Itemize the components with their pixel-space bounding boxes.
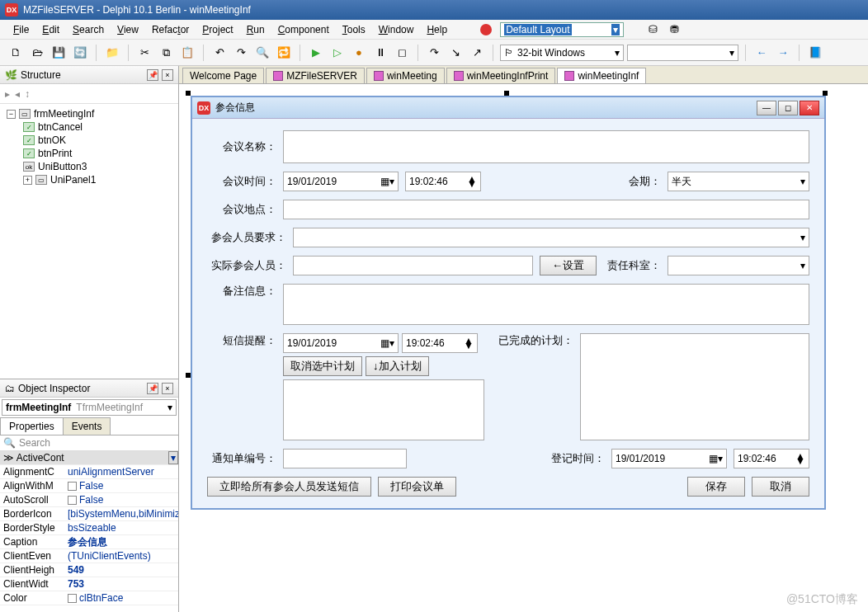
property-row[interactable]: AutoScrollFalse bbox=[0, 493, 178, 507]
add-plan-button[interactable]: ↓加入计划 bbox=[366, 356, 429, 376]
run-no-debug-icon[interactable]: ▷ bbox=[328, 44, 347, 62]
property-row[interactable]: ColorclBtnFace bbox=[0, 591, 178, 605]
close-icon[interactable]: ✕ bbox=[800, 101, 819, 115]
textarea-remark[interactable] bbox=[283, 284, 809, 325]
close-icon[interactable]: × bbox=[162, 383, 173, 394]
menu-refactor[interactable]: Refactor bbox=[147, 22, 194, 37]
config-combo[interactable]: ▾ bbox=[627, 45, 738, 61]
tree-root[interactable]: −▭frmMeetingInf bbox=[0, 107, 178, 120]
folder-icon[interactable]: 📁 bbox=[103, 44, 121, 62]
textarea-done[interactable] bbox=[580, 333, 809, 440]
tree-item[interactable]: ✓btnPrint bbox=[0, 147, 178, 160]
tab-project[interactable]: MZFileSERVER bbox=[266, 68, 365, 83]
tree-collapse-icon[interactable]: ◂ bbox=[15, 88, 20, 100]
structure-tree[interactable]: −▭frmMeetingInf ✓btnCancel ✓btnOK ✓btnPr… bbox=[0, 104, 178, 379]
menu-run[interactable]: Run bbox=[242, 22, 270, 37]
cancel-plan-button[interactable]: 取消选中计划 bbox=[283, 356, 362, 376]
copy-icon[interactable]: ⧉ bbox=[157, 44, 175, 62]
pin-icon[interactable]: 📌 bbox=[147, 69, 158, 81]
form-designer[interactable]: DX 参会信息 ― ◻ ✕ 会议名称： 会议时间： 19/01/ bbox=[179, 84, 868, 612]
textarea-plan[interactable] bbox=[283, 379, 484, 440]
property-row[interactable]: AlignWithMFalse bbox=[0, 479, 178, 493]
close-icon[interactable]: × bbox=[162, 69, 173, 81]
menu-project[interactable]: Project bbox=[197, 22, 238, 37]
select-dept[interactable]: ▾ bbox=[668, 256, 809, 275]
select-period[interactable]: 半天▾ bbox=[668, 172, 809, 191]
print-button[interactable]: 打印会议单 bbox=[378, 477, 456, 497]
object-selector[interactable]: frmMeetingInfTfrmMeetingInf▾ bbox=[2, 399, 177, 416]
nav-fwd-icon[interactable]: → bbox=[774, 44, 792, 62]
menu-view[interactable]: View bbox=[112, 22, 144, 37]
tab-properties[interactable]: Properties bbox=[0, 417, 64, 435]
menu-edit[interactable]: Edit bbox=[37, 22, 64, 37]
tab-events[interactable]: Events bbox=[63, 417, 111, 435]
property-search[interactable]: 🔍 Search bbox=[0, 435, 178, 451]
property-row[interactable]: Caption参会信息 bbox=[0, 535, 178, 549]
tab-winmeetinginf[interactable]: winMeetingInf bbox=[557, 68, 646, 83]
redo-icon[interactable]: ↷ bbox=[232, 44, 250, 62]
help-icon[interactable]: 📘 bbox=[806, 44, 824, 62]
step-out-icon[interactable]: ↗ bbox=[468, 44, 486, 62]
menu-help[interactable]: Help bbox=[422, 22, 452, 37]
property-row[interactable]: BorderStylebsSizeable bbox=[0, 521, 178, 535]
input-time[interactable]: 19:02:46▲▼ bbox=[405, 172, 481, 191]
property-row[interactable]: ClientHeigh549 bbox=[0, 563, 178, 577]
property-row[interactable]: BorderIcon[biSystemMenu,biMinimize,b bbox=[0, 507, 178, 521]
select-requirement[interactable]: ▾ bbox=[293, 228, 809, 247]
input-actual[interactable] bbox=[293, 256, 533, 275]
menu-file[interactable]: File bbox=[8, 22, 34, 37]
stop-icon[interactable]: ◻ bbox=[393, 44, 411, 62]
pause-icon[interactable]: ● bbox=[350, 44, 368, 62]
property-row[interactable]: ClientWidt753 bbox=[0, 577, 178, 591]
layout-load-icon[interactable]: ⛃ bbox=[665, 21, 683, 39]
tree-item[interactable]: ✓btnCancel bbox=[0, 120, 178, 134]
cut-icon[interactable]: ✂ bbox=[135, 44, 153, 62]
tree-expand-icon[interactable]: ▸ bbox=[5, 88, 10, 100]
tab-welcome[interactable]: Welcome Page bbox=[182, 68, 264, 83]
input-date[interactable]: 19/01/2019▦▾ bbox=[283, 172, 399, 191]
nav-back-icon[interactable]: ← bbox=[752, 44, 771, 62]
tree-move-icon[interactable]: ↕ bbox=[25, 88, 30, 100]
input-meeting-name[interactable] bbox=[283, 130, 809, 163]
layout-combo[interactable]: Default Layout▾ bbox=[500, 22, 624, 37]
replace-icon[interactable]: 🔁 bbox=[275, 44, 293, 62]
input-reg-time[interactable]: 19:02:46▲▼ bbox=[734, 449, 809, 468]
menu-search[interactable]: Search bbox=[68, 22, 109, 37]
pin-icon[interactable]: 📌 bbox=[147, 383, 158, 394]
property-row[interactable]: ClientEven(TUniClientEvents) bbox=[0, 549, 178, 563]
menu-window[interactable]: Window bbox=[374, 22, 419, 37]
tab-winmeeting[interactable]: winMeeting bbox=[366, 68, 445, 83]
input-sms-date[interactable]: 19/01/2019▦▾ bbox=[283, 333, 399, 353]
send-sms-button[interactable]: 立即给所有参会人员发送短信 bbox=[207, 477, 371, 497]
maximize-icon[interactable]: ◻ bbox=[778, 101, 798, 115]
menu-component[interactable]: Component bbox=[273, 22, 334, 37]
pause2-icon[interactable]: ⏸ bbox=[371, 44, 389, 62]
input-sms-time[interactable]: 19:02:46▲▼ bbox=[402, 333, 478, 353]
property-grid[interactable]: ≫ ActiveCont▾ AlignmentCuniAlignmentServ… bbox=[0, 451, 178, 612]
input-place[interactable] bbox=[283, 200, 809, 219]
tree-item[interactable]: +▭UniPanel1 bbox=[0, 173, 178, 186]
property-row[interactable]: AlignmentCuniAlignmentServer bbox=[0, 465, 178, 479]
find-icon[interactable]: 🔍 bbox=[253, 44, 271, 62]
step-into-icon[interactable]: ↘ bbox=[446, 44, 465, 62]
save-button[interactable]: 保存 bbox=[687, 477, 745, 497]
save-icon[interactable]: 💾 bbox=[50, 44, 68, 62]
new-icon[interactable]: 🗋 bbox=[7, 44, 25, 62]
open-icon[interactable]: 🗁 bbox=[28, 44, 46, 62]
menu-tools[interactable]: Tools bbox=[337, 22, 370, 37]
layout-save-icon[interactable]: ⛁ bbox=[644, 21, 662, 39]
tree-item[interactable]: okUniButton3 bbox=[0, 160, 178, 173]
refresh-icon[interactable]: 🔄 bbox=[71, 44, 89, 62]
set-button[interactable]: ←设置 bbox=[540, 256, 597, 275]
input-reg-date[interactable]: 19/01/2019▦▾ bbox=[611, 449, 727, 468]
run-icon[interactable]: ▶ bbox=[307, 44, 325, 62]
input-notice[interactable] bbox=[283, 449, 407, 468]
platform-combo[interactable]: 🏳 32-bit Windows▾ bbox=[500, 45, 624, 61]
minimize-icon[interactable]: ― bbox=[757, 101, 776, 115]
tree-item[interactable]: ✓btnOK bbox=[0, 134, 178, 147]
undo-icon[interactable]: ↶ bbox=[210, 44, 229, 62]
cancel-button[interactable]: 取消 bbox=[752, 477, 809, 497]
tab-winmeetinginfprint[interactable]: winMeetingInfPrint bbox=[446, 68, 556, 83]
paste-icon[interactable]: 📋 bbox=[178, 44, 196, 62]
step-over-icon[interactable]: ↷ bbox=[425, 44, 443, 62]
